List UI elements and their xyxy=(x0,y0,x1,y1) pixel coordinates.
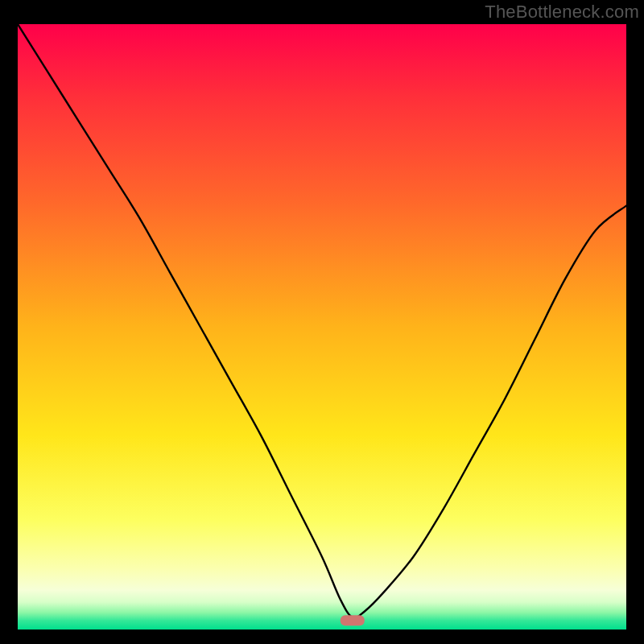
gradient-rect xyxy=(18,24,626,630)
plot-area xyxy=(18,24,626,630)
optimal-marker xyxy=(341,615,365,625)
watermark-text: TheBottleneck.com xyxy=(485,2,639,23)
chart-svg xyxy=(18,24,626,630)
chart-frame: TheBottleneck.com xyxy=(0,0,644,644)
